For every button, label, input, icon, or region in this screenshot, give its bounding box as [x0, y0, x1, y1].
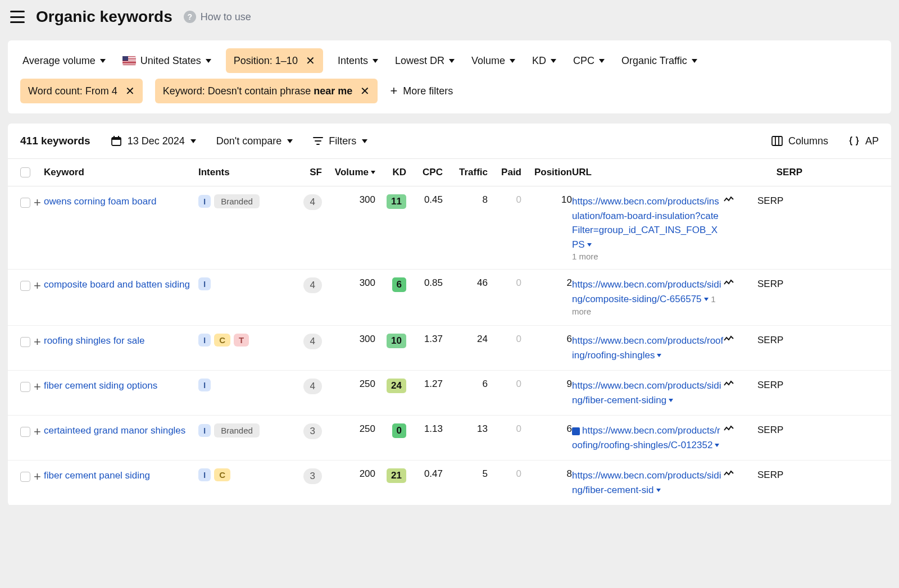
url-link[interactable]: https://www.becn.com/products/siding/com…: [572, 279, 721, 304]
close-icon[interactable]: ✕: [306, 54, 315, 67]
api-button[interactable]: AP: [848, 135, 879, 147]
date-picker[interactable]: 13 Dec 2024: [111, 135, 196, 147]
keyword-link[interactable]: owens corning foam board: [44, 196, 156, 207]
trend-icon: [724, 425, 734, 432]
trend-button[interactable]: [724, 423, 757, 432]
compare-dropdown[interactable]: Don't compare: [216, 135, 293, 147]
col-traffic[interactable]: Traffic: [443, 167, 488, 178]
select-all-checkbox[interactable]: [20, 167, 30, 177]
row-checkbox[interactable]: [20, 337, 30, 347]
url-cell: https://www.becn.com/products/insulation…: [572, 194, 724, 261]
trend-button[interactable]: [724, 277, 757, 286]
url-link[interactable]: https://www.becn.com/products/roofing/ro…: [572, 425, 720, 450]
paid-value: 0: [488, 468, 521, 480]
url-dropdown-icon[interactable]: [587, 243, 592, 247]
serp-button[interactable]: SERP: [757, 277, 802, 290]
help-icon: ?: [184, 11, 196, 23]
position-value: 6: [521, 334, 572, 345]
table-row: + composite board and batten siding I 4 …: [8, 270, 891, 326]
lowest-dr-filter[interactable]: Lowest DR: [393, 51, 457, 71]
keyword-chip[interactable]: Keyword: Doesn't contain phrase near me …: [155, 79, 378, 103]
keyword-link[interactable]: composite board and batten siding: [44, 279, 190, 290]
trend-button[interactable]: [724, 379, 757, 388]
expand-icon[interactable]: +: [34, 380, 41, 394]
cpc-value: 1.27: [406, 379, 443, 390]
keyword-link[interactable]: roofing shingles for sale: [44, 335, 145, 346]
url-dropdown-icon[interactable]: [656, 489, 661, 492]
col-kd[interactable]: KD: [375, 167, 406, 178]
col-url[interactable]: URL: [572, 167, 724, 178]
row-checkbox[interactable]: [20, 198, 30, 208]
keyword-link[interactable]: fiber cement siding options: [44, 380, 157, 391]
url-link[interactable]: https://www.becn.com/products/insulation…: [572, 196, 719, 250]
cpc-value: 0.45: [406, 194, 443, 206]
braces-icon: [848, 136, 860, 146]
close-icon[interactable]: ✕: [125, 84, 135, 98]
country-filter[interactable]: United States: [120, 51, 214, 71]
howto-label: How to use: [201, 11, 251, 23]
chevron-down-icon: [373, 59, 378, 63]
avg-volume-filter[interactable]: Average volume: [20, 51, 108, 71]
chevron-down-icon: [100, 59, 106, 63]
col-sf[interactable]: SF: [288, 167, 322, 178]
close-icon[interactable]: ✕: [360, 84, 370, 98]
branded-badge: Branded: [214, 194, 260, 208]
row-checkbox[interactable]: [20, 382, 30, 392]
paid-value: 0: [488, 334, 521, 345]
kd-filter[interactable]: KD: [530, 51, 559, 71]
url-dropdown-icon[interactable]: [669, 399, 673, 402]
url-more[interactable]: 1 more: [572, 252, 724, 261]
more-filters-button[interactable]: + More filters: [390, 84, 453, 98]
expand-icon[interactable]: +: [34, 195, 41, 210]
keyword-link[interactable]: certainteed grand manor shingles: [44, 425, 185, 436]
col-cpc[interactable]: CPC: [406, 167, 443, 178]
volume-value: 300: [322, 334, 375, 345]
position-chip[interactable]: Position: 1–10 ✕: [226, 48, 323, 73]
col-intents[interactable]: Intents: [198, 167, 288, 178]
col-keyword[interactable]: Keyword: [44, 167, 198, 178]
filters-button[interactable]: Filters: [313, 135, 367, 147]
url-dropdown-icon[interactable]: [657, 354, 661, 357]
howto-link[interactable]: ? How to use: [184, 11, 251, 23]
organic-traffic-filter[interactable]: Organic Traffic: [619, 51, 700, 71]
url-link[interactable]: https://www.becn.com/products/siding/fib…: [572, 470, 721, 495]
expand-icon[interactable]: +: [34, 470, 41, 484]
col-position[interactable]: Position: [521, 167, 572, 178]
url-dropdown-icon[interactable]: [704, 298, 709, 301]
columns-button[interactable]: Columns: [771, 135, 828, 147]
serp-button[interactable]: SERP: [757, 423, 802, 436]
url-link[interactable]: https://www.becn.com/products/siding/fib…: [572, 380, 721, 405]
volume-filter[interactable]: Volume: [469, 51, 517, 71]
page-title: Organic keywords: [36, 8, 172, 26]
serp-button[interactable]: SERP: [757, 194, 802, 207]
intents-cell: IBranded: [198, 194, 288, 208]
cpc-filter[interactable]: CPC: [571, 51, 607, 71]
trend-button[interactable]: [724, 194, 757, 203]
serp-button[interactable]: SERP: [757, 379, 802, 391]
wordcount-chip[interactable]: Word count: From 4 ✕: [20, 79, 143, 103]
chevron-down-icon: [287, 139, 293, 143]
intent-badge-i: I: [198, 468, 211, 481]
serp-button[interactable]: SERP: [757, 468, 802, 481]
trend-icon: [724, 470, 734, 477]
intents-filter[interactable]: Intents: [335, 51, 380, 71]
chevron-down-icon: [599, 59, 605, 63]
col-paid[interactable]: Paid: [488, 167, 521, 178]
keyword-link[interactable]: fiber cement panel siding: [44, 470, 150, 481]
serp-button[interactable]: SERP: [757, 334, 802, 346]
row-checkbox[interactable]: [20, 427, 30, 437]
trend-button[interactable]: [724, 334, 757, 343]
row-checkbox[interactable]: [20, 281, 30, 291]
row-checkbox[interactable]: [20, 472, 30, 482]
col-volume[interactable]: Volume: [322, 167, 375, 178]
menu-icon[interactable]: [10, 11, 25, 23]
expand-icon[interactable]: +: [34, 335, 41, 349]
trend-button[interactable]: [724, 468, 757, 477]
kd-badge: 24: [387, 379, 406, 393]
expand-icon[interactable]: +: [34, 279, 41, 293]
trend-icon: [724, 380, 734, 388]
kd-badge: 0: [392, 423, 406, 438]
url-link[interactable]: https://www.becn.com/products/roofing/ro…: [572, 335, 723, 361]
url-dropdown-icon[interactable]: [715, 444, 719, 447]
expand-icon[interactable]: +: [34, 425, 41, 439]
